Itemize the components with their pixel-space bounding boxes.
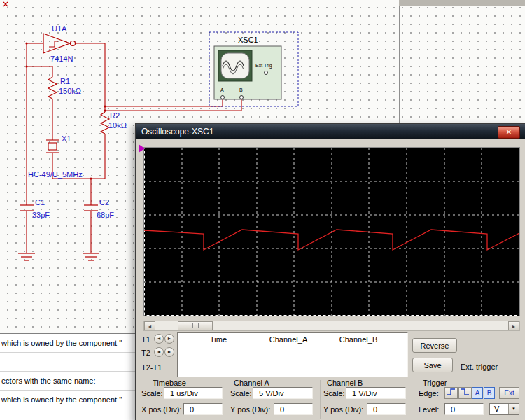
channel-b-ypos-input[interactable]	[367, 403, 406, 415]
falling-edge-icon	[461, 388, 470, 396]
c2-value-label: 68pF	[97, 211, 114, 219]
trigger-channel-a-button[interactable]: A	[472, 387, 483, 399]
readout-column-channel-a: Channel_A	[253, 335, 323, 344]
timebase-scale-input[interactable]	[164, 387, 223, 399]
component-r1-resistor[interactable]	[48, 77, 57, 99]
timebase-header: Timebase	[153, 379, 186, 387]
x1-ref-label: X1	[62, 134, 71, 143]
ext-trigger-label: Ext. trigger	[461, 363, 498, 371]
x1-value-label: HC-49/U_5MHz	[28, 170, 83, 178]
trigger-level-unit-select[interactable]: V ▼	[489, 403, 519, 415]
channel-b-scale-input[interactable]	[346, 387, 406, 399]
u1a-ref-label: U1A	[52, 24, 67, 33]
xsc1-terminal-a-label: A	[220, 88, 224, 92]
scroll-left-button[interactable]: ◄	[144, 321, 155, 330]
r2-value-label: 10kΩ	[108, 121, 127, 130]
r2-ref-label: R2	[110, 111, 120, 120]
cursor-readout-table: Time Channel_A Channel_B	[177, 332, 408, 377]
trigger-level-label: Level:	[419, 405, 439, 414]
timebase-xpos-input[interactable]	[183, 403, 223, 415]
c1-value-label: 33pF	[32, 211, 50, 219]
results-row[interactable]: which is owned by the component "	[0, 334, 135, 353]
t1-label: T1	[141, 335, 150, 344]
t1-right-button[interactable]: ►	[164, 334, 174, 344]
scrollbar-thumb[interactable]	[178, 321, 213, 330]
channel-b-ypos-label: Y pos.(Div):	[323, 405, 363, 414]
scroll-right-button[interactable]: ►	[508, 321, 519, 330]
results-row[interactable]: ectors with the same name:	[0, 372, 135, 391]
readout-column-channel-b: Channel_B	[323, 335, 393, 344]
xsc1-ext-trig-label: Ext Trig	[255, 63, 272, 69]
u1a-part-label: 7414N	[50, 55, 73, 63]
results-row[interactable]: which is owned by the component "	[0, 391, 135, 410]
results-row[interactable]	[0, 410, 135, 420]
channel-a-ypos-input[interactable]	[274, 403, 313, 415]
t2-t1-label: T2-T1	[141, 363, 162, 372]
falling-edge-button[interactable]	[458, 387, 472, 399]
ground-symbol-left[interactable]	[18, 253, 35, 260]
scope-display	[144, 147, 520, 316]
r1-value-label: 150kΩ	[59, 87, 81, 95]
results-row[interactable]	[0, 353, 135, 372]
channel-a-header: Channel A	[234, 379, 270, 387]
component-u1a-inverter[interactable]	[43, 34, 76, 53]
channel-a-ypos-label: Y pos.(Div):	[230, 405, 270, 414]
reverse-button[interactable]: Reverse	[412, 338, 457, 353]
c2-ref-label: C2	[99, 198, 109, 206]
component-x1-crystal[interactable]	[46, 140, 59, 153]
xsc1-terminal-b-label: B	[239, 88, 243, 92]
t2-right-button[interactable]: ►	[164, 347, 174, 357]
display-scrollbar[interactable]: ◄ ►	[144, 321, 520, 331]
r1-ref-label: R1	[60, 77, 70, 85]
c1-ref-label: C1	[35, 198, 45, 206]
scope-display-svg	[144, 148, 519, 316]
close-button[interactable]: ✕	[498, 126, 520, 139]
chevron-down-icon[interactable]: ▼	[508, 404, 519, 414]
channel-b-scale-label: Scale:	[323, 389, 345, 398]
trigger-channel-b-button[interactable]: B	[484, 387, 495, 399]
t1-left-button[interactable]: ◄	[154, 334, 164, 344]
section-divider	[414, 380, 414, 419]
trigger-edge-label: Edge:	[419, 389, 439, 398]
save-button[interactable]: Save	[412, 358, 453, 372]
section-divider	[227, 380, 227, 419]
channel-b-header: Channel B	[327, 379, 363, 387]
rising-edge-button[interactable]	[444, 387, 458, 399]
t2-label: T2	[141, 349, 150, 357]
trigger-level-unit-value: V	[494, 405, 499, 413]
xsc1-ref-label: XSC1	[238, 36, 258, 44]
ground-symbol-right[interactable]	[83, 253, 99, 260]
scrollbar-grip-icon	[192, 323, 199, 328]
t1-cursor-marker-icon[interactable]	[139, 144, 145, 153]
component-c1-capacitor[interactable]	[20, 205, 34, 211]
trigger-ext-button[interactable]: Ext	[499, 387, 519, 399]
readout-column-time: Time	[183, 335, 253, 344]
timebase-scale-label: Scale:	[141, 389, 163, 398]
channel-a-scale-label: Scale:	[230, 389, 252, 398]
page-marker-icon	[4, 2, 8, 6]
component-c2-capacitor[interactable]	[84, 205, 98, 211]
timebase-xpos-label: X pos.(Div):	[141, 405, 181, 414]
trigger-level-input[interactable]	[444, 403, 484, 415]
window-title: Oscilloscope-XSC1	[141, 127, 214, 136]
results-pane: which is owned by the component " ectors…	[0, 333, 136, 420]
multisim-workspace: U1A 7414N R1 150kΩ R2 10kΩ X1 HC-49/U_5M…	[0, 0, 525, 420]
oscilloscope-window: Oscilloscope-XSC1 ✕ ◄	[135, 123, 525, 420]
section-divider	[320, 380, 321, 419]
channel-a-scale-input[interactable]	[253, 387, 313, 399]
rising-edge-icon	[447, 388, 456, 396]
t2-left-button[interactable]: ◄	[154, 347, 164, 357]
window-titlebar[interactable]: Oscilloscope-XSC1 ✕	[136, 124, 525, 139]
trigger-header: Trigger	[423, 379, 447, 387]
